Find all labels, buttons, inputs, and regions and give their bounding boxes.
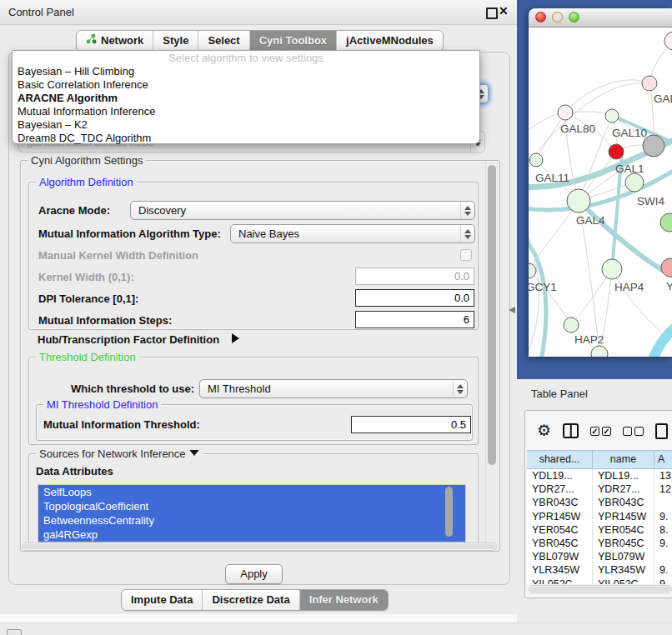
network-node[interactable] — [605, 109, 619, 122]
attribute-list-item[interactable]: SelfLoops — [38, 485, 465, 499]
network-node[interactable] — [642, 76, 657, 91]
table-row[interactable]: YDL19...YDL19...13 — [527, 469, 672, 482]
table-row[interactable]: YLR345WYLR345W9. — [527, 563, 672, 577]
kernel-width-field[interactable]: 0.0 — [355, 268, 474, 285]
mi-type-combobox[interactable]: Naive Bayes — [230, 224, 475, 243]
table-cell: YPR145W — [593, 510, 654, 523]
table-cell: YDR27... — [593, 482, 654, 496]
algorithm-option[interactable]: ARACNE Algorithm — [13, 92, 479, 105]
table-cell: 8. — [654, 523, 672, 537]
control-panel-titlebar[interactable]: Control Panel — [0, 0, 517, 25]
network-canvas[interactable]: GALGAL80GAL10GAL1GAL11SWI4GAL4GCY1HAP4YH… — [529, 28, 672, 357]
node-label: GAL80 — [560, 122, 595, 135]
table-row[interactable]: YBR043CYBR043C — [527, 496, 672, 509]
network-node[interactable] — [567, 189, 590, 212]
algorithm-option[interactable]: Bayesian – K2 — [13, 118, 479, 132]
tab-cyni-toolbox[interactable]: Cyni Toolbox — [249, 31, 336, 51]
table-row[interactable]: YIL052CYIL052C9. — [527, 578, 672, 585]
aracne-mode-combobox[interactable]: Discovery — [130, 201, 475, 220]
tab-network[interactable]: Network — [77, 31, 153, 51]
which-threshold-combobox[interactable]: MI Threshold — [199, 379, 468, 398]
tab-jactivemnodules[interactable]: jActiveMNodules — [336, 31, 443, 51]
zoom-traffic-light-icon[interactable] — [569, 12, 579, 22]
hub-definition-label[interactable]: Hub/Transcription Factor Definition — [38, 333, 219, 346]
network-node[interactable] — [660, 213, 672, 232]
combo-arrows-icon — [460, 225, 474, 242]
threshold-definition-group: Threshold Definition Which threshold to … — [28, 357, 479, 445]
bottom-tab-discretize-data[interactable]: Discretize Data — [202, 590, 298, 610]
tab-select[interactable]: Select — [198, 31, 248, 51]
data-attributes-list[interactable]: SelfLoopsTopologicalCoefficientBetweenne… — [38, 484, 466, 542]
dpi-tolerance-label: DPI Tolerance [0,1]: — [38, 292, 138, 305]
algorithm-option[interactable]: Bayesian – Hill Climbing — [13, 65, 479, 78]
dpi-tolerance-field[interactable]: 0.0 — [355, 289, 474, 307]
network-edge[interactable] — [529, 232, 546, 357]
settings-scrollbar[interactable] — [485, 162, 498, 548]
kernel-width-label: Kernel Width (0,1): — [38, 271, 134, 283]
threshold-definition-title: Threshold Definition — [36, 351, 139, 363]
network-edge[interactable] — [565, 80, 649, 112]
apply-button[interactable]: Apply — [225, 564, 283, 584]
table-cell: YLR345W — [527, 563, 593, 577]
table-row[interactable]: YER054CYER054C8. — [527, 523, 672, 537]
bottom-strip — [0, 622, 672, 635]
network-node[interactable] — [664, 32, 672, 50]
table-row[interactable]: YBL079WYBL079W — [527, 550, 672, 563]
minimize-traffic-light-icon[interactable] — [552, 12, 563, 22]
network-window-titlebar[interactable] — [529, 8, 672, 28]
network-node[interactable] — [609, 144, 624, 159]
checked-boxes-icon[interactable]: ✓✓ — [590, 427, 611, 436]
document-icon[interactable] — [655, 423, 668, 439]
collapsed-panel-icon[interactable] — [7, 629, 22, 635]
manual-kernel-checkbox[interactable] — [460, 249, 472, 261]
table-cell: YBR043C — [527, 496, 593, 509]
network-node[interactable] — [602, 259, 622, 279]
network-edge[interactable] — [579, 201, 672, 282]
attribute-list-scrollbar[interactable] — [445, 487, 453, 537]
algorithm-option[interactable]: Dream8 DC_TDC Algorithm — [13, 132, 479, 145]
algorithm-option[interactable]: Basic Correlation Inference — [13, 78, 479, 92]
close-icon[interactable]: ✕ — [499, 4, 509, 18]
split-columns-icon[interactable] — [563, 423, 579, 438]
algorithm-option[interactable]: Mutual Information Inference — [13, 105, 479, 118]
float-window-icon[interactable] — [486, 8, 498, 19]
attribute-list-item[interactable]: BetweennessCentrality — [38, 513, 465, 528]
attribute-list-item[interactable]: gal4RGexp — [38, 528, 465, 542]
network-node[interactable] — [625, 173, 644, 192]
table-row[interactable]: YBR045CYBR045C9. — [527, 537, 672, 550]
network-edge[interactable] — [529, 271, 571, 325]
column-header-1[interactable]: shared... — [527, 450, 593, 469]
column-header-2[interactable]: name — [593, 450, 654, 469]
network-node[interactable] — [529, 263, 536, 278]
network-node[interactable] — [564, 318, 579, 332]
table-cell: YPR145W — [527, 510, 593, 523]
node-label: GAL — [654, 92, 672, 105]
gear-icon[interactable]: ⚙ — [537, 422, 551, 439]
tab-style[interactable]: Style — [153, 31, 198, 51]
collapse-down-icon[interactable] — [190, 450, 199, 456]
network-node[interactable] — [529, 153, 543, 167]
network-node[interactable] — [558, 105, 573, 120]
tab-label: Style — [163, 31, 188, 51]
bottom-tab-infer-network[interactable]: Infer Network — [299, 590, 388, 610]
mi-threshold-field[interactable]: 0.5 — [351, 416, 471, 433]
mouse-cursor-icon — [509, 307, 515, 313]
network-node[interactable] — [591, 346, 608, 357]
table-hscrollbar[interactable] — [529, 585, 672, 593]
table-container: ⚙ ✓✓ shared...nameA YDL19...YDL19...13YD… — [524, 410, 672, 598]
bottom-tab-impute-data[interactable]: Impute Data — [122, 590, 202, 610]
table-row[interactable]: YPR145WYPR145W9. — [527, 510, 672, 523]
expand-right-icon[interactable] — [232, 333, 239, 343]
attribute-list-item[interactable]: TopologicalCoefficient — [38, 499, 465, 513]
network-node[interactable] — [661, 258, 672, 277]
column-header-3[interactable]: A — [654, 450, 672, 469]
network-edge[interactable] — [652, 318, 672, 357]
table-cell: YER054C — [527, 523, 593, 537]
mi-steps-field[interactable]: 6 — [355, 311, 474, 328]
table-row[interactable]: YDR27...YDR27...12 — [527, 482, 672, 496]
table-cell: YBL079W — [527, 550, 593, 563]
unchecked-boxes-icon[interactable] — [623, 427, 644, 436]
settings-hscrollbar[interactable] — [22, 542, 497, 551]
close-traffic-light-icon[interactable] — [535, 12, 546, 22]
network-view-window: GALGAL80GAL10GAL1GAL11SWI4GAL4GCY1HAP4YH… — [529, 8, 672, 357]
